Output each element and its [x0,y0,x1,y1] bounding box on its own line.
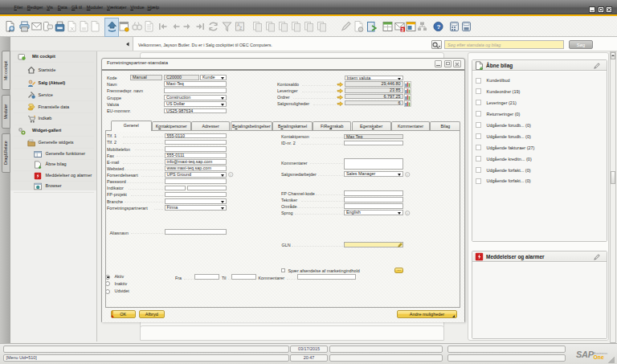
svg-text:i: i [407,173,407,177]
svg-text:i: i [230,173,231,177]
svg-text:?: ? [436,23,440,31]
svg-text:i: i [407,211,407,215]
svg-text:Z: Z [239,26,242,31]
svg-text:3: 3 [401,27,403,32]
